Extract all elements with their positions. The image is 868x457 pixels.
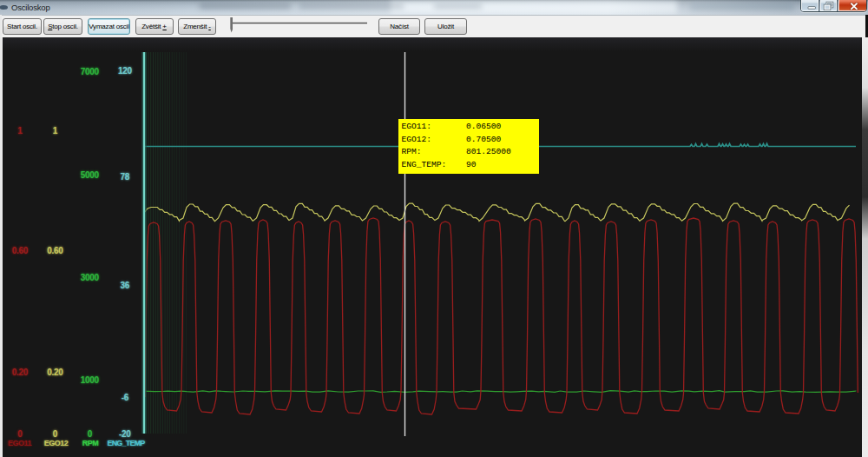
- svg-text:EGO12: EGO12: [44, 439, 69, 447]
- svg-text:5000: 5000: [81, 170, 100, 180]
- svg-text:1: 1: [17, 126, 23, 136]
- svg-text:0.20: 0.20: [12, 368, 29, 377]
- svg-text:0: 0: [53, 429, 58, 439]
- svg-text:1000: 1000: [81, 375, 100, 385]
- svg-text:7000: 7000: [81, 67, 100, 76]
- svg-text:36: 36: [121, 281, 130, 290]
- svg-text:RPM: RPM: [82, 439, 99, 447]
- svg-text:ENG_TEMP: ENG_TEMP: [107, 439, 145, 447]
- svg-text:120: 120: [118, 66, 133, 76]
- svg-text:1: 1: [53, 126, 58, 136]
- svg-text:78: 78: [121, 172, 130, 182]
- svg-text:0: 0: [17, 429, 23, 439]
- svg-text:0.60: 0.60: [12, 246, 29, 255]
- svg-text:-6: -6: [122, 393, 129, 402]
- svg-text:0: 0: [88, 429, 93, 439]
- svg-text:0.60: 0.60: [47, 246, 63, 255]
- svg-text:3000: 3000: [81, 273, 100, 282]
- svg-text:0.20: 0.20: [47, 368, 63, 377]
- svg-text:EGO11: EGO11: [8, 439, 32, 447]
- svg-text:-20: -20: [119, 429, 131, 439]
